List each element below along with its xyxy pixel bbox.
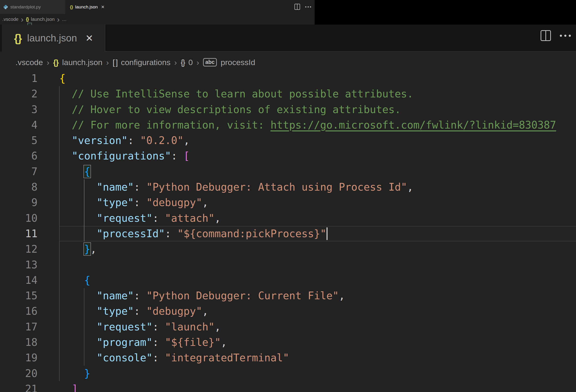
code-line[interactable]: 10 "request": "attach", [0,210,576,226]
more-actions-icon[interactable] [560,35,571,37]
token-com: // Hover to view descriptions of existin… [72,104,401,115]
chevron-right-icon: › [197,58,199,67]
line-number: 19 [0,350,37,366]
json-icon: {} [70,4,73,10]
breadcrumb-item[interactable]: launch.json [31,17,55,22]
breadcrumb-item[interactable]: configurations [121,58,171,67]
token-pun: : [134,290,146,302]
split-editor-icon[interactable] [294,4,300,10]
code-line[interactable]: 15 "name": "Python Debugger: Current Fil… [0,288,576,304]
breadcrumb[interactable]: .vscode›{}launch.json›[ ]configurations›… [15,54,255,70]
tab-label: launch.json [75,4,98,10]
token-pun: : [152,352,165,364]
code-line[interactable]: 5 "version": "0.2.0", [0,133,576,148]
token-str: "integratedTerminal" [165,352,289,364]
bracket-match-fragment [28,23,32,25]
line-content: "name": "Python Debugger: Attach using P… [59,179,413,195]
line-content: "console": "integratedTerminal" [59,350,289,366]
token-key: "program" [97,336,152,348]
code-line[interactable]: 19 "console": "integratedTerminal" [0,350,576,366]
token-pun: : [134,181,146,193]
token-b3: } [84,367,90,379]
token-str: "Python Debugger: Attach using Process I… [146,181,407,193]
line-content: { [59,71,66,86]
chevron-right-icon: › [21,15,24,24]
breadcrumb-item[interactable]: .vscode [15,58,43,67]
close-icon[interactable]: ✕ [101,4,105,10]
line-content: "name": "Python Debugger: Current File", [59,288,345,304]
code-line[interactable]: 21 ] [0,381,576,392]
code-line[interactable]: 6 "configurations": [ [0,148,576,164]
code-line[interactable]: 3 // Hover to view descriptions of exist… [0,102,576,117]
breadcrumb-item[interactable]: … [62,17,67,22]
abc-string-icon[interactable]: abc [203,58,217,67]
chevron-right-icon: › [57,15,59,24]
more-actions-icon[interactable] [305,6,311,7]
array-icon[interactable]: [ ] [113,58,117,67]
chevron-right-icon: › [106,58,109,67]
token-key: "type" [97,196,134,209]
token-str: "0.2.0" [140,134,183,146]
code-editor[interactable]: 1{2 // Use IntelliSense to learn about p… [0,71,576,392]
token-b3: { [84,166,90,178]
code-line[interactable]: 13 [0,257,576,273]
breadcrumb-item[interactable]: processId [221,58,255,67]
token-str: "${file}" [165,336,221,348]
breadcrumb[interactable]: .vscode›{}launch.json›… [2,15,67,23]
token-pun: , [339,290,345,302]
code-line[interactable]: 17 "request": "launch", [0,319,576,335]
code-line[interactable]: 20 } [0,366,576,381]
token-com: // Use IntelliSense to learn about possi… [72,88,413,100]
close-icon[interactable]: ✕ [85,33,93,44]
editor-actions-small [294,4,311,10]
token-key: "name" [97,290,134,302]
split-editor-icon[interactable] [541,30,551,41]
breadcrumb-item[interactable]: launch.json [62,58,102,67]
code-line[interactable]: 18 "program": "${file}", [0,335,576,350]
line-number: 4 [0,117,37,133]
line-number: 14 [0,273,37,288]
code-line[interactable]: 14 { [0,273,576,288]
line-number: 8 [0,179,37,195]
token-pun: , [407,181,413,193]
line-number: 12 [0,241,37,257]
token-key: "request" [97,212,152,224]
token-key: "configurations" [72,150,171,162]
code-line[interactable]: 2 // Use IntelliSense to learn about pos… [0,86,576,102]
json-icon[interactable]: {} [26,17,29,22]
line-number: 1 [0,71,37,86]
json-icon[interactable]: {} [53,58,58,67]
token-str: "attach" [165,212,214,224]
token-key: "processId" [97,228,165,239]
tab-label: launch.json [27,32,77,44]
tab-launch-json-small[interactable]: {} launch.json ✕ [67,0,119,14]
code-line[interactable]: 9 "type": "debugpy", [0,195,576,210]
token-b2: [ [184,150,190,162]
tab-launch-json[interactable]: {} launch.json ✕ [2,25,105,52]
code-line[interactable]: 4 // For more information, visit: https:… [0,117,576,133]
object-icon[interactable]: {} [181,58,185,67]
line-content: // For more information, visit: https://… [59,117,556,133]
code-line[interactable]: 12 }, [0,241,576,257]
token-key: "console" [97,352,152,364]
token-pun: : [165,228,177,239]
code-line[interactable]: 11 "processId": "${command:pickProcess}" [0,226,576,241]
token-pun: : [152,336,165,348]
magnified-editor-view: {} launch.json ✕ .vscode›{}launch.json›[… [0,25,576,392]
line-number: 3 [0,102,37,117]
code-line[interactable]: 1{ [0,71,576,86]
code-line[interactable]: 16 "type": "debugpy", [0,304,576,319]
line-content: ] [59,381,78,392]
breadcrumb-item[interactable]: .vscode [2,17,19,22]
token-key: "type" [97,305,134,317]
tab-standardplot-py[interactable]: standardplot.py [0,0,65,14]
code-line[interactable]: 7 { [0,164,576,179]
line-number: 20 [0,366,37,381]
line-number: 16 [0,304,37,319]
token-pun: , [214,321,221,333]
breadcrumb-item[interactable]: 0 [188,58,193,67]
editor-tab-strip-small: standardplot.py {} launch.json ✕ .vscode… [0,0,315,25]
code-line[interactable]: 8 "name": "Python Debugger: Attach using… [0,179,576,195]
line-number: 6 [0,148,37,164]
token-pun: : [152,321,165,333]
